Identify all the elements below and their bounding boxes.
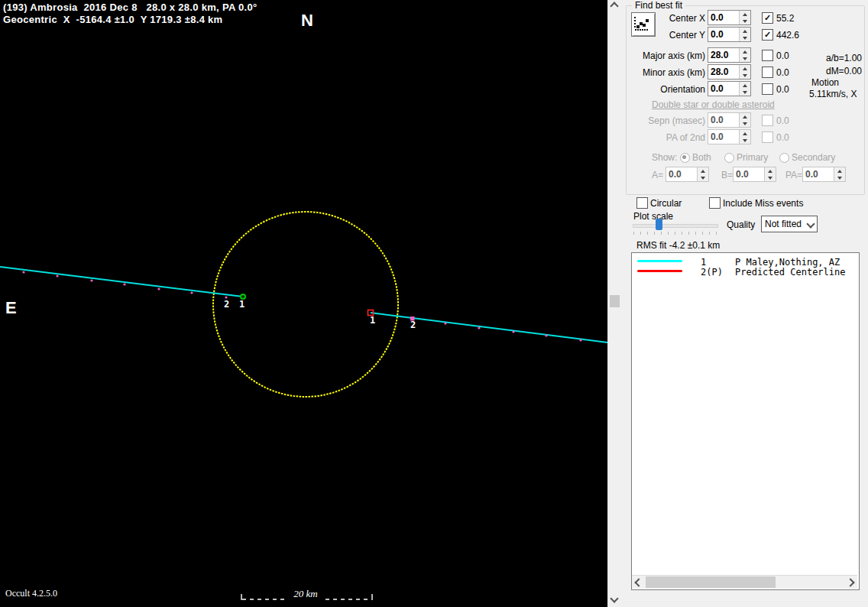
panel-vertical-scrollbar[interactable] bbox=[607, 0, 622, 607]
chord1-color-swatch bbox=[637, 260, 682, 262]
orientation-fit-checkbox[interactable] bbox=[762, 83, 773, 95]
major-axis-spinner[interactable]: 28.0 bbox=[708, 47, 751, 63]
center-x-spinner[interactable]: 0.0 bbox=[708, 10, 751, 25]
motion-readout: 5.11km/s, X bbox=[809, 89, 857, 99]
b-label: B= bbox=[721, 170, 733, 180]
predicted-tick-dots bbox=[22, 271, 581, 341]
orientation-spinner[interactable]: 0.0 bbox=[708, 81, 751, 96]
chord1-name: P Maley,Nothing, AZ bbox=[735, 257, 840, 268]
pa-2nd-fit-result: 0.0 bbox=[776, 132, 789, 143]
chord2-left-label: 2 bbox=[224, 299, 229, 310]
center-y-value[interactable]: 0.0 bbox=[708, 28, 739, 41]
show-label: Show: bbox=[652, 152, 677, 163]
plot-scale-slider-thumb[interactable] bbox=[656, 219, 662, 230]
spin-down-icon[interactable] bbox=[740, 55, 750, 62]
major-axis-value[interactable]: 28.0 bbox=[708, 48, 739, 62]
occultation-plot-graphic bbox=[0, 0, 607, 607]
center-y-label: Center Y bbox=[629, 30, 705, 41]
plot-scale-slider-ticks bbox=[633, 232, 717, 235]
scroll-up-icon[interactable] bbox=[610, 2, 618, 10]
orientation-fit-result: 0.0 bbox=[776, 84, 789, 95]
show-both-radio bbox=[680, 153, 690, 163]
plot-scale-slider-track[interactable] bbox=[633, 224, 718, 228]
spin-down-icon bbox=[834, 174, 845, 181]
spin-up-icon bbox=[740, 130, 750, 137]
center-x-label: Center X bbox=[629, 13, 705, 24]
spin-up-icon[interactable] bbox=[740, 48, 750, 55]
pa-2nd-value: 0.0 bbox=[708, 130, 739, 144]
spin-down-icon[interactable] bbox=[740, 18, 750, 24]
chord1-post-segment bbox=[371, 313, 607, 342]
b-value: 0.0 bbox=[734, 167, 764, 181]
spin-down-icon bbox=[698, 174, 708, 181]
show-primary-label: Primary bbox=[737, 152, 768, 163]
spin-down-icon[interactable] bbox=[740, 34, 750, 41]
pa-2nd-spinner: 0.0 bbox=[708, 129, 751, 144]
a-label: A= bbox=[652, 170, 663, 180]
plot-scale-label: Plot scale bbox=[633, 211, 673, 222]
include-miss-label: Include Miss events bbox=[723, 198, 803, 209]
chevron-down-icon[interactable] bbox=[806, 219, 815, 228]
major-axis-fit-checkbox[interactable] bbox=[762, 50, 773, 61]
center-y-fit-result: 442.6 bbox=[776, 30, 799, 41]
spin-up-icon[interactable] bbox=[740, 82, 750, 89]
show-secondary-label: Secondary bbox=[792, 152, 835, 163]
north-direction-label: N bbox=[301, 11, 313, 31]
center-y-fit-checkbox[interactable] bbox=[762, 29, 773, 41]
chord1-pre-segment bbox=[0, 267, 243, 297]
scroll-right-icon[interactable] bbox=[846, 578, 854, 586]
scroll-left-icon[interactable] bbox=[634, 578, 643, 586]
minor-axis-value[interactable]: 28.0 bbox=[708, 65, 739, 79]
chord-legend-listbox[interactable]: 1 P Maley,Nothing, AZ 2(P) Predicted Cen… bbox=[631, 252, 860, 590]
vertical-scroll-thumb[interactable] bbox=[610, 295, 620, 307]
scale-bar-label: 20 km bbox=[283, 588, 329, 600]
show-both-label: Both bbox=[692, 152, 711, 163]
show-primary-radio bbox=[724, 153, 734, 163]
pa-value: 0.0 bbox=[803, 167, 834, 181]
list-item[interactable]: 2(P) Predicted Centerline bbox=[632, 267, 860, 277]
scroll-down-icon[interactable] bbox=[610, 594, 618, 602]
east-direction-label: E bbox=[5, 298, 17, 318]
spin-down-icon bbox=[740, 137, 750, 144]
center-y-spinner[interactable]: 0.0 bbox=[708, 27, 751, 42]
center-x-fit-checkbox[interactable] bbox=[762, 12, 773, 24]
center-x-value[interactable]: 0.0 bbox=[708, 11, 739, 24]
motion-label: Motion bbox=[811, 77, 839, 88]
pa-label: PA= bbox=[785, 170, 802, 180]
chord2-color-swatch bbox=[637, 270, 682, 272]
circular-checkbox[interactable] bbox=[636, 197, 648, 209]
minor-axis-fit-result: 0.0 bbox=[776, 67, 789, 78]
b-spinner: 0.0 bbox=[733, 167, 776, 182]
quality-value: Not fitted bbox=[762, 219, 805, 229]
minor-axis-spinner[interactable]: 28.0 bbox=[708, 64, 751, 80]
legend-horizontal-scrollbar[interactable] bbox=[632, 575, 857, 589]
horizontal-scroll-thumb[interactable] bbox=[646, 576, 776, 588]
sepn-label: Sepn (masec) bbox=[629, 115, 705, 126]
plot-title-line1: (193) Ambrosia 2016 Dec 8 28.0 x 28.0 km… bbox=[3, 2, 257, 13]
spin-down-icon[interactable] bbox=[740, 72, 750, 79]
plot-title-line2: Geocentric X -5164.4 ±1.0 Y 1719.3 ±8.4 … bbox=[3, 14, 222, 25]
axis-ratio-readout: a/b=1.00 bbox=[812, 53, 862, 63]
list-item[interactable]: 1 P Maley,Nothing, AZ bbox=[632, 257, 860, 267]
chord2-name: Predicted Centerline bbox=[735, 267, 846, 278]
sepn-fit-result: 0.0 bbox=[776, 115, 789, 126]
occultation-plot-canvas[interactable]: (193) Ambrosia 2016 Dec 8 28.0 x 28.0 km… bbox=[0, 0, 607, 607]
spin-up-icon[interactable] bbox=[740, 11, 750, 18]
quality-dropdown[interactable]: Not fitted bbox=[761, 216, 818, 232]
spin-up-icon bbox=[698, 167, 708, 174]
major-axis-label: Major axis (km) bbox=[629, 50, 705, 61]
chord1-right-label: 1 bbox=[370, 315, 375, 326]
spin-down-icon[interactable] bbox=[740, 89, 750, 96]
spin-up-icon bbox=[834, 167, 845, 174]
double-star-link: Double star or double asteroid bbox=[652, 99, 775, 110]
spin-up-icon[interactable] bbox=[740, 28, 750, 34]
orientation-value[interactable]: 0.0 bbox=[708, 82, 739, 96]
spin-up-icon[interactable] bbox=[740, 65, 750, 72]
find-best-fit-title: Find best fit bbox=[632, 0, 685, 11]
spin-down-icon bbox=[740, 120, 750, 127]
pa-spinner: 0.0 bbox=[802, 167, 846, 182]
rms-fit-readout: RMS fit -4.2 ±0.1 km bbox=[636, 240, 720, 251]
spin-up-icon bbox=[765, 167, 776, 174]
include-miss-checkbox[interactable] bbox=[709, 197, 721, 209]
minor-axis-fit-checkbox[interactable] bbox=[762, 67, 773, 78]
